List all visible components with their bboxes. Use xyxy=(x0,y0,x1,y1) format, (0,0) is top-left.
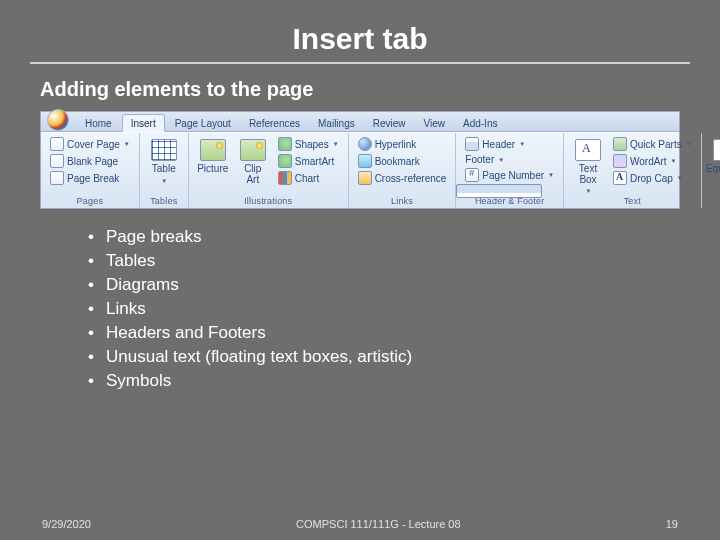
page-number-label: Page Number xyxy=(482,170,544,181)
group-symbols-label: Symbols xyxy=(708,194,720,208)
chevron-down-icon: ▼ xyxy=(333,141,339,147)
page-number-icon xyxy=(465,168,479,182)
tab-page-layout[interactable]: Page Layout xyxy=(167,115,239,131)
table-label: Table xyxy=(152,164,176,175)
hyperlink-button[interactable]: Hyperlink xyxy=(355,136,450,152)
wordart-button[interactable]: WordArt▼ xyxy=(610,153,695,169)
hyperlink-label: Hyperlink xyxy=(375,139,417,150)
quick-parts-icon xyxy=(613,137,627,151)
cover-page-icon xyxy=(50,137,64,151)
textbox-icon xyxy=(575,139,601,161)
table-icon xyxy=(151,139,177,161)
chevron-down-icon: ▼ xyxy=(124,141,130,147)
chart-icon xyxy=(278,171,292,185)
shapes-button[interactable]: Shapes▼ xyxy=(275,136,342,152)
footer-date: 9/29/2020 xyxy=(42,518,91,530)
equation-button[interactable]: Equation ▼ xyxy=(708,136,720,184)
ribbon-tabstrip: Home Insert Page Layout References Maili… xyxy=(41,112,679,132)
footer-label: Footer xyxy=(465,154,494,165)
list-item: Symbols xyxy=(88,371,720,391)
ribbon-screenshot: Home Insert Page Layout References Maili… xyxy=(40,111,680,209)
equation-label: Equation xyxy=(706,164,720,175)
tab-addins[interactable]: Add-Ins xyxy=(455,115,505,131)
chart-button[interactable]: Chart xyxy=(275,170,342,186)
bookmark-label: Bookmark xyxy=(375,156,420,167)
page-number-button[interactable]: Page Number▼ xyxy=(462,167,557,183)
bookmark-icon xyxy=(358,154,372,168)
blank-page-button[interactable]: Blank Page xyxy=(47,153,133,169)
equation-icon xyxy=(713,139,720,161)
blank-page-icon xyxy=(50,154,64,168)
hyperlink-icon xyxy=(358,137,372,151)
blank-page-label: Blank Page xyxy=(67,156,118,167)
quick-parts-label: Quick Parts xyxy=(630,139,682,150)
smartart-label: SmartArt xyxy=(295,156,334,167)
group-symbols: Equation ▼ Symbol ▼ Symbols xyxy=(702,133,720,208)
textbox-button[interactable]: Text Box ▼ xyxy=(570,136,606,194)
header-icon xyxy=(465,137,479,151)
crossref-label: Cross-reference xyxy=(375,173,447,184)
textbox-label: Text Box xyxy=(574,164,602,185)
group-tables: Table ▼ Tables xyxy=(140,133,189,208)
quick-parts-button[interactable]: Quick Parts▼ xyxy=(610,136,695,152)
list-item: Page breaks xyxy=(88,227,720,247)
chart-label: Chart xyxy=(295,173,319,184)
group-illustrations: Picture Clip Art Shapes▼ SmartArt xyxy=(189,133,349,208)
footer-icon xyxy=(456,184,542,198)
drop-cap-icon xyxy=(613,171,627,185)
drop-cap-button[interactable]: Drop Cap▼ xyxy=(610,170,695,186)
chevron-down-icon: ▼ xyxy=(161,178,167,184)
footer-button[interactable]: Footer▼ xyxy=(462,153,557,166)
chevron-down-icon: ▼ xyxy=(548,172,554,178)
shapes-icon xyxy=(278,137,292,151)
tab-references[interactable]: References xyxy=(241,115,308,131)
chevron-down-icon: ▼ xyxy=(686,141,692,147)
header-label: Header xyxy=(482,139,515,150)
group-pages: Cover Page▼ Blank Page Page Break Pages xyxy=(41,133,140,208)
picture-button[interactable]: Picture xyxy=(195,136,231,175)
group-tables-label: Tables xyxy=(146,194,182,208)
slide-title-bar: Insert tab xyxy=(30,0,690,64)
bullet-list: Page breaks Tables Diagrams Links Header… xyxy=(88,227,720,391)
footer-page: 19 xyxy=(666,518,678,530)
cover-page-button[interactable]: Cover Page▼ xyxy=(47,136,133,152)
drop-cap-label: Drop Cap xyxy=(630,173,673,184)
clipart-label: Clip Art xyxy=(239,164,267,185)
list-item: Unusual text (floating text boxes, artis… xyxy=(88,347,720,367)
tab-home[interactable]: Home xyxy=(77,115,120,131)
chevron-down-icon: ▼ xyxy=(519,141,525,147)
group-pages-label: Pages xyxy=(47,194,133,208)
bookmark-button[interactable]: Bookmark xyxy=(355,153,450,169)
page-break-label: Page Break xyxy=(67,173,119,184)
cover-page-label: Cover Page xyxy=(67,139,120,150)
office-button[interactable] xyxy=(47,109,69,131)
page-break-button[interactable]: Page Break xyxy=(47,170,133,186)
group-text: Text Box ▼ Quick Parts▼ WordArt▼ Drop Ca… xyxy=(564,133,702,208)
group-header-footer: Header▼ Footer▼ Page Number▼ Header & Fo… xyxy=(456,133,564,208)
chevron-down-icon: ▼ xyxy=(677,175,683,181)
crossref-button[interactable]: Cross-reference xyxy=(355,170,450,186)
list-item: Diagrams xyxy=(88,275,720,295)
clipart-button[interactable]: Clip Art xyxy=(235,136,271,185)
ribbon-body: Cover Page▼ Blank Page Page Break Pages xyxy=(41,132,679,208)
group-links-label: Links xyxy=(355,194,450,208)
smartart-button[interactable]: SmartArt xyxy=(275,153,342,169)
table-button[interactable]: Table ▼ xyxy=(146,136,182,184)
shapes-label: Shapes xyxy=(295,139,329,150)
list-item: Tables xyxy=(88,251,720,271)
tab-view[interactable]: View xyxy=(416,115,454,131)
chevron-down-icon: ▼ xyxy=(671,158,677,164)
clipart-icon xyxy=(240,139,266,161)
list-item: Links xyxy=(88,299,720,319)
crossref-icon xyxy=(358,171,372,185)
tab-mailings[interactable]: Mailings xyxy=(310,115,363,131)
list-item: Headers and Footers xyxy=(88,323,720,343)
picture-icon xyxy=(200,139,226,161)
chevron-down-icon: ▼ xyxy=(498,157,504,163)
smartart-icon xyxy=(278,154,292,168)
slide-title: Insert tab xyxy=(30,22,690,56)
wordart-icon xyxy=(613,154,627,168)
tab-review[interactable]: Review xyxy=(365,115,414,131)
header-button[interactable]: Header▼ xyxy=(462,136,557,152)
tab-insert[interactable]: Insert xyxy=(122,114,165,132)
